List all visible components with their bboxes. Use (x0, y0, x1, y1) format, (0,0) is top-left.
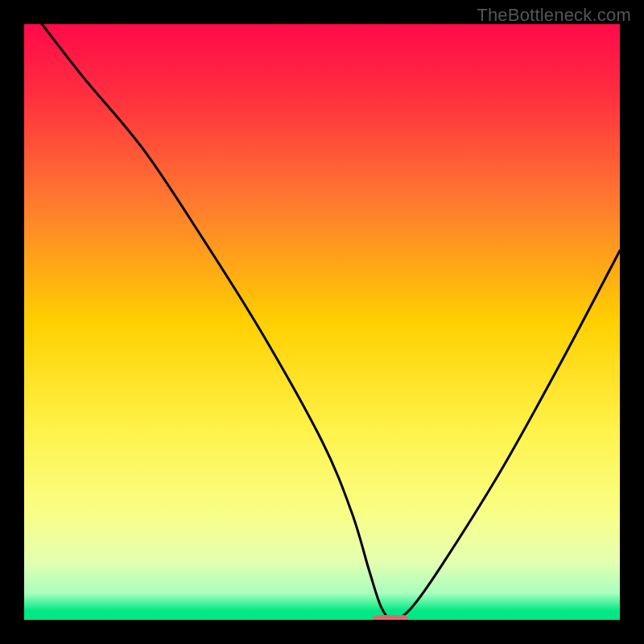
watermark-text: TheBottleneck.com (477, 5, 631, 26)
optimal-marker (373, 615, 408, 620)
bottleneck-chart (24, 24, 620, 620)
chart-frame: TheBottleneck.com (0, 0, 644, 644)
plot-area (24, 24, 620, 620)
